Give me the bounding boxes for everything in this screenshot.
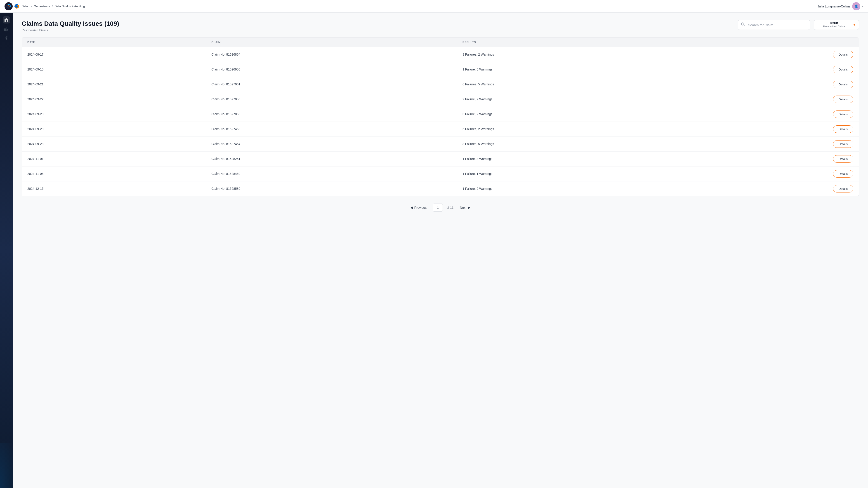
breadcrumb-setup[interactable]: Setup [22, 4, 29, 8]
breadcrumb-sep-1: / [31, 4, 32, 8]
table-body: 2024-08-17 Claim No. 81526864 3 Failures… [22, 47, 859, 196]
cell-action: Details [758, 92, 859, 107]
page-header: Claims Data Quality Issues (109) Resubmi… [22, 20, 859, 32]
cell-date: 2024-09-22 [22, 92, 206, 107]
details-button[interactable]: Details [833, 140, 853, 148]
details-button[interactable]: Details [833, 125, 853, 133]
sidebar [0, 13, 13, 488]
avatar: 👤 [852, 2, 860, 10]
cell-claim: Claim No. 81527453 [206, 122, 457, 136]
page-number-input[interactable] [433, 203, 443, 212]
table-row: 2024-09-22 Claim No. 81527050 2 Failure,… [22, 92, 859, 107]
user-name: Julia Longname-Collins [817, 4, 850, 8]
cell-date: 2024-08-17 [22, 47, 206, 62]
cell-claim: Claim No. 81528450 [206, 166, 457, 181]
svg-rect-6 [7, 29, 8, 31]
details-button[interactable]: Details [833, 110, 853, 118]
filter-code: RSUB [817, 22, 851, 25]
svg-rect-4 [4, 29, 5, 31]
cell-action: Details [758, 181, 859, 196]
cell-results: 2 Failure, 2 Warnings [457, 92, 758, 107]
col-header-results: RESULTS [457, 37, 758, 47]
cell-date: 2024-09-23 [22, 107, 206, 122]
main-content: Claims Data Quality Issues (109) Resubmi… [13, 13, 868, 488]
details-button[interactable]: Details [833, 170, 853, 177]
cell-date: 2024-11-01 [22, 151, 206, 166]
cell-action: Details [758, 122, 859, 136]
cell-claim: Claim No. 81528580 [206, 181, 457, 196]
filter-description: Resubmitted Claims [817, 25, 851, 28]
cell-results: 1 Failure, 5 Warnings [457, 62, 758, 77]
previous-label: Previous [414, 206, 427, 209]
breadcrumb-orchestrator[interactable]: Orchestrator [34, 4, 50, 8]
search-input[interactable] [738, 20, 810, 30]
nav-right: Julia Longname-Collins 👤 ▾ [817, 2, 864, 10]
header-controls: RSUB Resubmitted Claims ▾ [738, 20, 859, 30]
cell-results: 1 Failure, 2 Warnings [457, 181, 758, 196]
previous-button[interactable]: ◀ Previous [408, 203, 429, 212]
cell-action: Details [758, 77, 859, 92]
cell-claim: Claim No. 81526950 [206, 62, 457, 77]
col-header-action [758, 37, 859, 47]
cell-results: 3 Failure, 2 Warnings [457, 107, 758, 122]
cell-date: 2024-11-05 [22, 166, 206, 181]
details-button[interactable]: Details [833, 80, 853, 88]
table-row: 2024-11-01 Claim No. 81528251 1 Failure,… [22, 151, 859, 166]
table-row: 2024-09-21 Claim No. 81527001 6 Failures… [22, 77, 859, 92]
chevron-down-icon: ▾ [854, 23, 855, 27]
cell-claim: Claim No. 81527454 [206, 136, 457, 151]
cell-date: 2024-09-15 [22, 62, 206, 77]
cell-date: 2024-09-28 [22, 136, 206, 151]
table-row: 2024-09-28 Claim No. 81527453 6 Failures… [22, 122, 859, 136]
filter-label-group: RSUB Resubmitted Claims [817, 22, 851, 28]
breadcrumb-current: Data Quality & Auditing [55, 4, 85, 8]
sidebar-settings-icon[interactable] [3, 34, 10, 41]
cell-results: 6 Failures, 2 Warnings [457, 122, 758, 136]
cell-date: 2024-09-21 [22, 77, 206, 92]
details-button[interactable]: Details [833, 185, 853, 193]
cell-claim: Claim No. 81527050 [206, 92, 457, 107]
cell-action: Details [758, 107, 859, 122]
cell-claim: Claim No. 81527001 [206, 77, 457, 92]
page-title-section: Claims Data Quality Issues (109) Resubmi… [22, 20, 119, 32]
details-button[interactable]: Details [833, 155, 853, 163]
cell-action: Details [758, 62, 859, 77]
svg-point-2 [8, 6, 9, 7]
sidebar-chart-icon[interactable] [3, 25, 10, 33]
details-button[interactable]: Details [833, 96, 853, 103]
cell-date: 2024-12-15 [22, 181, 206, 196]
sidebar-home-icon[interactable] [3, 16, 10, 24]
details-button[interactable]: Details [833, 66, 853, 73]
cell-date: 2024-09-28 [22, 122, 206, 136]
chevron-left-icon: ◀ [410, 205, 413, 210]
cell-results: 1 Failure, 3 Warnings [457, 151, 758, 166]
col-header-date: DATE [22, 37, 206, 47]
logo-icon [4, 2, 13, 10]
page-subtitle: Resubmitted Claims [22, 29, 119, 32]
breadcrumb: Setup / Orchestrator / Data Quality & Au… [22, 4, 85, 8]
cell-results: 3 Failures, 2 Warnings [457, 47, 758, 62]
cell-results: 1 Failure, 1 Warnings [457, 166, 758, 181]
cell-action: Details [758, 136, 859, 151]
details-button[interactable]: Details [833, 51, 853, 58]
search-container [738, 20, 810, 30]
cell-claim: Claim No. 81528251 [206, 151, 457, 166]
svg-point-7 [6, 37, 7, 39]
svg-rect-5 [6, 28, 7, 31]
cell-action: Details [758, 47, 859, 62]
nav-left: Setup / Orchestrator / Data Quality & Au… [4, 2, 85, 10]
cell-results: 3 Failures, 5 Warnings [457, 136, 758, 151]
cell-action: Details [758, 151, 859, 166]
filter-dropdown[interactable]: RSUB Resubmitted Claims ▾ [814, 20, 859, 30]
cell-results: 6 Failures, 5 Warnings [457, 77, 758, 92]
logo [4, 2, 19, 10]
user-profile[interactable]: Julia Longname-Collins 👤 ▾ [817, 2, 864, 10]
data-table-container: DATE CLAIM RESULTS 2024-08-17 Claim No. … [22, 37, 859, 196]
next-button[interactable]: Next ▶ [457, 203, 473, 212]
page-title: Claims Data Quality Issues (109) [22, 20, 119, 28]
pagination: ◀ Previous of 11 Next ▶ [22, 203, 859, 215]
chevron-right-icon: ▶ [468, 205, 470, 210]
table-row: 2024-09-28 Claim No. 81527454 3 Failures… [22, 136, 859, 151]
layout: Claims Data Quality Issues (109) Resubmi… [0, 13, 868, 488]
cell-claim: Claim No. 81526864 [206, 47, 457, 62]
